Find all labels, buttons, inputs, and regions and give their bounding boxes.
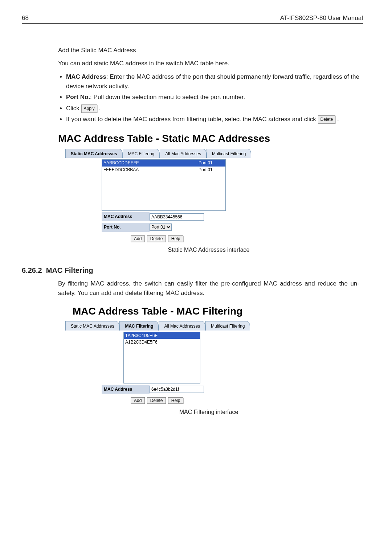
tab-static-mac[interactable]: Static MAC Addresses xyxy=(65,149,123,158)
delete-button-inline[interactable]: Delete xyxy=(318,115,336,124)
help-button[interactable]: Help xyxy=(168,397,184,404)
port-no-text: : Pull down the selection menu to select… xyxy=(90,94,245,100)
section-number: 6.26.2 xyxy=(22,266,42,274)
figure1-caption: Static MAC Addresses interface xyxy=(58,246,359,255)
tab-mac-filtering[interactable]: MAC Filtering xyxy=(123,149,160,158)
bullet-port-no: Port No.: Pull down the selection menu t… xyxy=(66,93,359,102)
delete-text-b: . xyxy=(337,116,339,123)
list-port: Port.01 xyxy=(195,167,224,173)
tab-multicast-filtering[interactable]: Multicast Filtering xyxy=(207,149,251,158)
port-no-select[interactable]: Port.01 xyxy=(150,223,172,231)
delete-button[interactable]: Delete xyxy=(147,397,166,404)
mac-address-field-label: MAC Address xyxy=(102,212,150,221)
list-mac: FFEEDDCCBBAA xyxy=(103,167,195,173)
static-mac-listbox[interactable]: AABBCCDDEEFF Port.01 FFEEDDCCBBAA Port.0… xyxy=(102,159,226,211)
list-mac: 1A2B3C4D5E6F xyxy=(125,332,199,339)
section-title: MAC Filtering xyxy=(46,266,93,274)
period: . xyxy=(99,105,101,112)
port-no-field-label: Port No. xyxy=(102,223,150,232)
mac-address-label: MAC Address xyxy=(66,73,106,80)
figure1-title: MAC Address Table - Static MAC Addresses xyxy=(58,131,359,146)
add-static-desc: You can add static MAC address in the sw… xyxy=(58,59,359,68)
list-port: Port.01 xyxy=(195,160,224,167)
list-item[interactable]: AABBCCDDEEFF Port.01 xyxy=(102,160,225,167)
bullet-delete: If you want to delete the MAC address fr… xyxy=(66,115,359,124)
mac-filter-listbox[interactable]: 1A2B3C4D5E6F A1B2C3D4E5F6 xyxy=(123,332,200,383)
tab-all-mac[interactable]: All Mac Addresses xyxy=(159,321,205,331)
figure2-caption: MAC Filtering interface xyxy=(58,408,359,417)
manual-title: AT-IFS802SP-80 User Manual xyxy=(280,15,363,22)
list-mac: A1B2C3D4E5F6 xyxy=(125,339,199,346)
page-number: 68 xyxy=(22,15,29,22)
mac-address-input[interactable] xyxy=(150,213,204,221)
list-mac: AABBCCDDEEFF xyxy=(103,160,195,167)
list-item[interactable]: FFEEDDCCBBAA Port.01 xyxy=(102,167,225,173)
instruction-list: MAC Address: Enter the MAC address of th… xyxy=(58,72,359,124)
click-word: Click xyxy=(66,105,79,112)
tab-all-mac[interactable]: All Mac Addresses xyxy=(160,149,207,158)
tab-mac-filtering[interactable]: MAC Filtering xyxy=(119,321,159,331)
help-button[interactable]: Help xyxy=(168,235,184,242)
list-item[interactable]: A1B2C3D4E5F6 xyxy=(124,339,200,346)
bullet-mac-address: MAC Address: Enter the MAC address of th… xyxy=(66,72,359,91)
add-button[interactable]: Add xyxy=(131,235,145,242)
delete-button[interactable]: Delete xyxy=(147,235,166,242)
mac-filtering-paragraph: By filtering MAC address, the switch can… xyxy=(58,279,359,298)
delete-text-a: If you want to delete the MAC address fr… xyxy=(66,116,316,123)
figure2-screenshot: Static MAC Addresses MAC Filtering All M… xyxy=(65,321,359,404)
figure2-title: MAC Address Table - MAC Filtering xyxy=(58,303,359,319)
add-button[interactable]: Add xyxy=(131,397,145,404)
port-no-label: Port No. xyxy=(66,94,90,100)
mac-address-field-label: MAC Address xyxy=(102,385,150,394)
section-heading-mac-filtering: 6.26.2 MAC Filtering xyxy=(22,265,359,276)
bullet-click-apply: Click Apply . xyxy=(66,104,359,113)
apply-button-inline[interactable]: Apply xyxy=(81,104,97,113)
tab-static-mac[interactable]: Static MAC Addresses xyxy=(65,321,119,331)
mac-address-text: : Enter the MAC address of the port that… xyxy=(66,73,359,90)
list-item[interactable]: 1A2B3C4D5E6F xyxy=(124,332,200,339)
add-static-mac-heading: Add the Static MAC Address xyxy=(58,46,359,55)
page-header: 68 AT-IFS802SP-80 User Manual xyxy=(22,15,363,24)
tab-multicast-filtering[interactable]: Multicast Filtering xyxy=(205,321,250,331)
figure1-screenshot: Static MAC Addresses MAC Filtering All M… xyxy=(65,149,359,242)
mac-address-input[interactable] xyxy=(150,386,204,393)
